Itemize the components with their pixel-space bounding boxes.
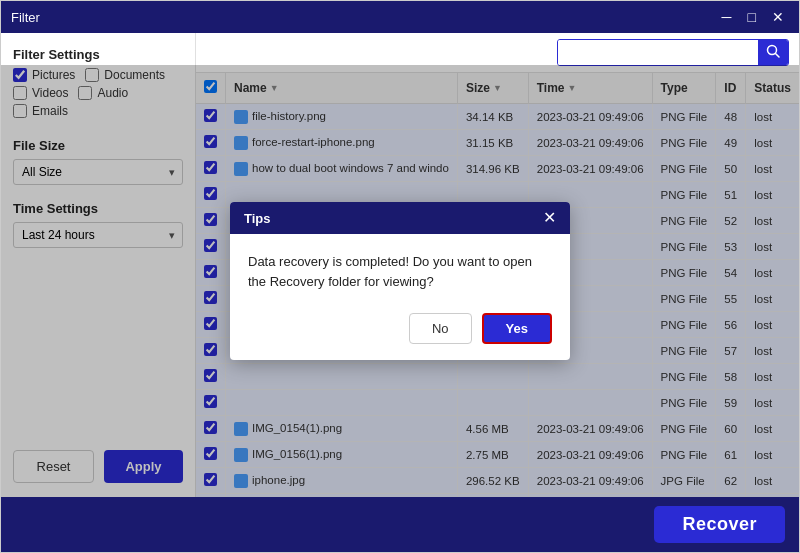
search-icon (766, 44, 780, 58)
tips-dialog: Tips ✕ Data recovery is completed! Do yo… (230, 202, 570, 360)
title-bar: Filter ─ □ ✕ (1, 1, 799, 33)
dialog-title: Tips (244, 211, 271, 226)
dialog-close-button[interactable]: ✕ (543, 210, 556, 226)
search-button[interactable] (758, 40, 788, 65)
svg-line-1 (776, 54, 780, 58)
close-button[interactable]: ✕ (767, 8, 789, 26)
dialog-yes-button[interactable]: Yes (482, 313, 552, 344)
recover-button[interactable]: Recover (654, 506, 785, 543)
bottom-bar: Recover (1, 497, 799, 552)
filter-settings-title: Filter Settings (13, 47, 183, 62)
search-input[interactable] (558, 40, 758, 65)
title-controls: ─ □ ✕ (717, 8, 789, 26)
maximize-button[interactable]: □ (743, 8, 761, 26)
window-body: Filter Settings Pictures Documents (1, 33, 799, 552)
dialog-body: Data recovery is completed! Do you want … (230, 234, 570, 305)
dialog-no-button[interactable]: No (409, 313, 472, 344)
minimize-button[interactable]: ─ (717, 8, 737, 26)
main-window: Filter ─ □ ✕ Filter Settings Pictures (0, 0, 800, 553)
search-input-wrap (557, 39, 789, 66)
dialog-footer: No Yes (230, 305, 570, 360)
dialog-message: Data recovery is completed! Do you want … (248, 254, 532, 289)
dialog-header: Tips ✕ (230, 202, 570, 234)
dialog-overlay: Tips ✕ Data recovery is completed! Do yo… (1, 65, 799, 497)
window-title: Filter (11, 10, 40, 25)
